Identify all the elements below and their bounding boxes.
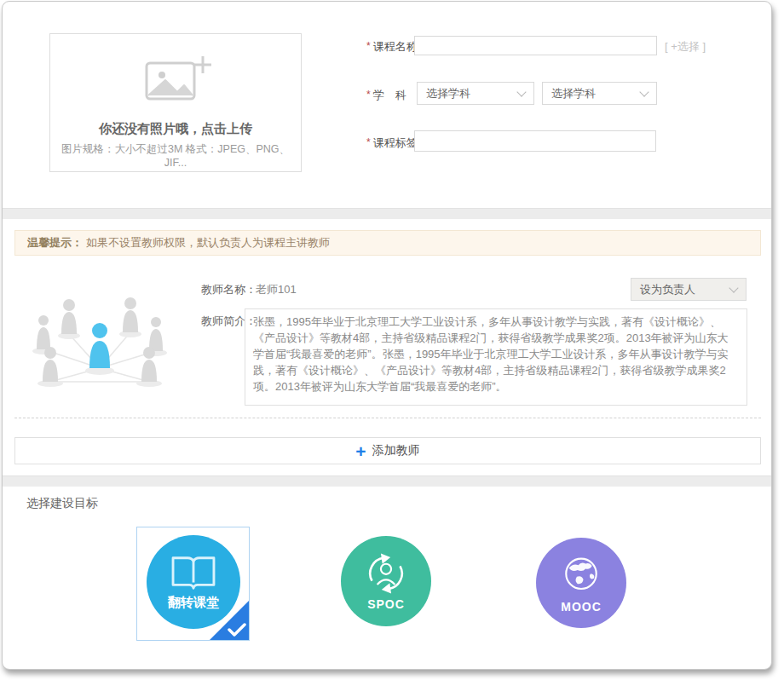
course-name-input[interactable]: [414, 36, 657, 55]
subject-select-1[interactable]: 选择学科: [417, 82, 534, 105]
required-asterisk: *: [366, 89, 371, 101]
globe-icon: [558, 552, 604, 598]
dashed-divider: [14, 418, 761, 418]
section-divider: [3, 208, 771, 219]
teacher-role-select-value: 设为负责人: [640, 282, 695, 297]
plus-icon: +: [355, 442, 366, 460]
page-card: 你还没有照片哦，点击上传 图片规格：大小不超过3M 格式：JPEG、PNG、JI…: [2, 1, 772, 670]
section-divider: [3, 475, 771, 487]
chevron-down-icon: [516, 87, 526, 96]
upload-hint-title: 你还没有照片哦，点击上传: [50, 121, 301, 137]
add-teacher-button[interactable]: + 添加教师: [14, 437, 761, 464]
cover-upload-box[interactable]: 你还没有照片哦，点击上传 图片规格：大小不超过3M 格式：JPEG、PNG、JI…: [49, 33, 302, 172]
subject-select-1-value: 选择学科: [426, 86, 470, 101]
image-add-icon: [135, 51, 216, 111]
goals-section-title: 选择建设目标: [26, 496, 98, 511]
teacher-intro-textarea[interactable]: 张墨，1995年毕业于北京理工大学工业设计系，多年从事设计教学与实践，著有《设计…: [245, 308, 747, 406]
teacher-network-illustration: [28, 283, 171, 401]
check-icon: [228, 623, 246, 637]
required-asterisk: *: [366, 40, 371, 52]
teacher-role-select[interactable]: 设为负责人: [631, 278, 747, 301]
warm-tip-prefix: 温馨提示：: [27, 235, 83, 251]
course-name-label: *课程名称: [366, 39, 418, 55]
chevron-down-icon: [729, 283, 738, 292]
course-tag-input[interactable]: [414, 130, 656, 152]
goal-card-spoc[interactable]: SPOC: [341, 536, 431, 626]
subject-label: *学 科: [366, 88, 406, 103]
sync-person-icon: [362, 551, 410, 596]
teacher-name-label: 教师名称：: [201, 282, 257, 297]
subject-select-2-value: 选择学科: [551, 86, 596, 101]
subject-select-2[interactable]: 选择学科: [542, 82, 657, 105]
add-teacher-label: 添加教师: [372, 443, 420, 458]
goal-card-mooc[interactable]: MOOC: [536, 538, 626, 628]
required-asterisk: *: [366, 136, 371, 148]
goal-label: SPOC: [367, 597, 405, 611]
goal-label: MOOC: [561, 600, 602, 614]
goal-card-flipped-classroom[interactable]: 翻转课堂: [136, 527, 250, 641]
chevron-down-icon: [639, 87, 649, 96]
open-book-icon: [167, 554, 220, 593]
warm-tip-bar: 温馨提示： 如果不设置教师权限，默认负责人为课程主讲教师: [14, 230, 761, 256]
warm-tip-text: 如果不设置教师权限，默认负责人为课程主讲教师: [86, 235, 330, 251]
course-tag-label: *课程标签: [366, 135, 418, 151]
course-select-link[interactable]: [ +选择 ]: [665, 39, 706, 55]
teacher-name-value: 老师101: [256, 282, 297, 297]
upload-spec-text: 图片规格：大小不超过3M 格式：JPEG、PNG、JIF...: [50, 142, 301, 169]
